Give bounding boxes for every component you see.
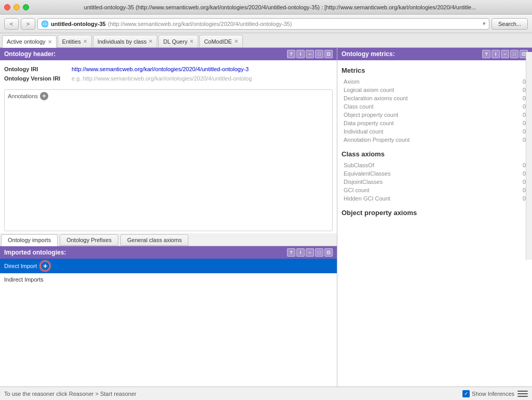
restore-icon[interactable]: □ — [315, 50, 323, 58]
version-iri-input[interactable]: e.g. http://www.semanticweb.org/karl/ont… — [72, 75, 333, 82]
tab-active-ontology[interactable]: Active ontology ✕ — [2, 35, 57, 48]
metrics-header-bar: Ontology metrics: ? i – □ ⊡ — [337, 48, 532, 60]
maximize-icon[interactable]: ⊡ — [324, 50, 333, 58]
tab-active-ontology-close[interactable]: ✕ — [48, 39, 52, 45]
tab-general-class-axioms-label: General class axioms — [127, 237, 182, 243]
tab-ontology-prefixes-label: Ontology Prefixes — [66, 237, 112, 243]
metrics-info-icon[interactable]: i — [492, 50, 500, 58]
metric-object-property-name: Object property count — [344, 112, 398, 118]
direct-import-label: Direct Import — [4, 263, 37, 269]
tab-entities[interactable]: Entities ✕ — [58, 35, 92, 47]
minimize-button[interactable] — [13, 4, 20, 10]
metric-subclassof: SubClassOf 0 — [342, 161, 528, 169]
metric-disjoint-classes-name: DisjointClasses — [344, 179, 383, 185]
tab-dl-query[interactable]: DL Query ✕ — [158, 35, 198, 47]
annotations-text: Annotations — [8, 93, 38, 99]
metrics-content: Metrics Axiom 0 Logical axiom count 0 De… — [337, 60, 532, 386]
close-button[interactable] — [4, 4, 10, 10]
tab-comodide[interactable]: CoModIDE ✕ — [199, 35, 243, 47]
url-bar[interactable]: 🌐 untitled-ontology-35 (http://www.seman… — [37, 18, 489, 30]
back-button[interactable]: < — [4, 18, 19, 30]
imported-minimize-icon[interactable]: – — [306, 248, 314, 257]
tab-ontology-prefixes[interactable]: Ontology Prefixes — [60, 234, 118, 246]
minimize-icon[interactable]: – — [306, 50, 314, 58]
show-inferences-checkbox[interactable]: ✓ — [462, 390, 470, 397]
metrics-section-title: Metrics — [342, 66, 528, 74]
metrics-scrollbar[interactable] — [526, 52, 532, 260]
metric-object-property: Object property count 0 — [342, 111, 528, 119]
imported-info-icon[interactable]: i — [296, 248, 305, 257]
metric-equivalent-classes: EquivalentClasses 0 — [342, 169, 528, 178]
metrics-minimize-icon[interactable]: – — [501, 50, 509, 58]
iri-label: Ontology IRI — [4, 66, 72, 72]
ontology-header-bar: Ontology header: ? i – □ ⊡ — [0, 48, 337, 60]
left-panel: Ontology header: ? i – □ ⊡ Ontology IRI … — [0, 48, 337, 386]
imported-ontologies-section: Imported ontologies: ? i – □ ⊡ Direct Im… — [0, 246, 337, 387]
metrics-help-icon[interactable]: ? — [482, 50, 490, 58]
ontology-header-title: Ontology header: — [4, 50, 56, 58]
tab-individuals-close[interactable]: ✕ — [148, 38, 153, 44]
add-direct-import-button[interactable]: + — [40, 261, 50, 271]
url-domain: untitled-ontology-35 — [51, 21, 106, 27]
imported-maximize-icon[interactable]: ⊡ — [324, 248, 333, 257]
metric-data-property-name: Data property count — [344, 120, 394, 126]
imported-help-icon[interactable]: ? — [287, 248, 295, 257]
show-inferences-toggle[interactable]: ✓ Show Inferences — [462, 390, 514, 397]
menu-line-2 — [517, 393, 528, 394]
imported-ontologies-header: Imported ontologies: ? i – □ ⊡ — [0, 246, 337, 259]
url-dropdown-icon[interactable]: ▾ — [483, 20, 486, 27]
iri-row: Ontology IRI http://www.semanticweb.org/… — [0, 64, 337, 74]
imported-restore-icon[interactable]: □ — [315, 248, 323, 257]
search-button[interactable]: Search... — [492, 18, 528, 30]
tab-ontology-imports-label: Ontology imports — [8, 237, 51, 243]
tab-entities-close[interactable]: ✕ — [83, 38, 87, 44]
bottom-tabs: Ontology imports Ontology Prefixes Gener… — [0, 233, 337, 246]
tab-comodide-close[interactable]: ✕ — [234, 38, 238, 44]
tab-dl-query-label: DL Query — [163, 38, 187, 45]
ontology-fields: Ontology IRI http://www.semanticweb.org/… — [0, 60, 337, 87]
metric-gci-count-name: GCI count — [344, 187, 370, 193]
metrics-restore-icon[interactable]: □ — [510, 50, 519, 58]
globe-icon: 🌐 — [41, 20, 49, 28]
version-iri-row: Ontology Version IRI e.g. http://www.sem… — [0, 74, 337, 83]
title-bar: untitled-ontology-35 (http://www.semanti… — [0, 0, 532, 15]
metric-subclassof-name: SubClassOf — [344, 162, 374, 168]
forward-button[interactable]: > — [21, 18, 35, 30]
window-title: untitled-ontology-35 (http://www.semanti… — [32, 4, 528, 10]
main-area: Ontology header: ? i – □ ⊡ Ontology IRI … — [0, 48, 532, 386]
tab-general-class-axioms[interactable]: General class axioms — [120, 234, 188, 246]
right-panel: Ontology metrics: ? i – □ ⊡ Metrics Axio… — [337, 48, 532, 386]
iri-value[interactable]: http://www.semanticweb.org/karl/ontologi… — [72, 66, 333, 72]
menu-icon[interactable] — [517, 389, 528, 399]
metric-annotation-property-name: Annotation Property count — [344, 137, 410, 143]
metric-axiom: Axiom 0 — [342, 77, 528, 86]
indirect-imports-area: Indirect Imports — [0, 273, 337, 286]
metrics-title: Ontology metrics: — [342, 50, 395, 58]
indirect-imports-label: Indirect Imports — [4, 276, 44, 283]
metric-logical-axiom-name: Logical axiom count — [344, 87, 394, 93]
tab-dl-query-close[interactable]: ✕ — [189, 38, 194, 44]
metric-hidden-gci-name: Hidden GCI Count — [344, 195, 390, 202]
metric-declaration-name: Declaration axioms count — [344, 95, 408, 101]
metric-individual: Individual count 0 — [342, 127, 528, 136]
url-path: (http://www.semanticweb.org/karl/ontolog… — [108, 21, 292, 27]
metric-axiom-name: Axiom — [344, 78, 360, 85]
metric-declaration: Declaration axioms count 0 — [342, 94, 528, 102]
annotations-label: Annotations + — [5, 90, 332, 102]
metric-individual-name: Individual count — [344, 128, 383, 135]
metric-data-property: Data property count 0 — [342, 119, 528, 127]
tab-individuals-by-class[interactable]: Individuals by class ✕ — [93, 35, 158, 47]
metric-class-count-name: Class count — [344, 103, 373, 110]
nav-bar: < > 🌐 untitled-ontology-35 (http://www.s… — [0, 15, 532, 33]
header-controls: ? i – □ ⊡ — [287, 50, 333, 58]
tab-ontology-imports[interactable]: Ontology imports — [1, 234, 58, 246]
status-bar: To use the reasoner click Reasoner > Sta… — [0, 386, 532, 400]
metric-disjoint-classes: DisjointClasses 0 — [342, 178, 528, 186]
version-iri-label: Ontology Version IRI — [4, 75, 72, 82]
show-inferences-label: Show Inferences — [472, 391, 514, 397]
annotations-area: Annotations + — [4, 89, 333, 231]
help-icon[interactable]: ? — [287, 50, 295, 58]
zoom-button[interactable] — [23, 4, 29, 10]
info-icon[interactable]: i — [296, 50, 305, 58]
add-annotation-button[interactable]: + — [40, 92, 48, 100]
